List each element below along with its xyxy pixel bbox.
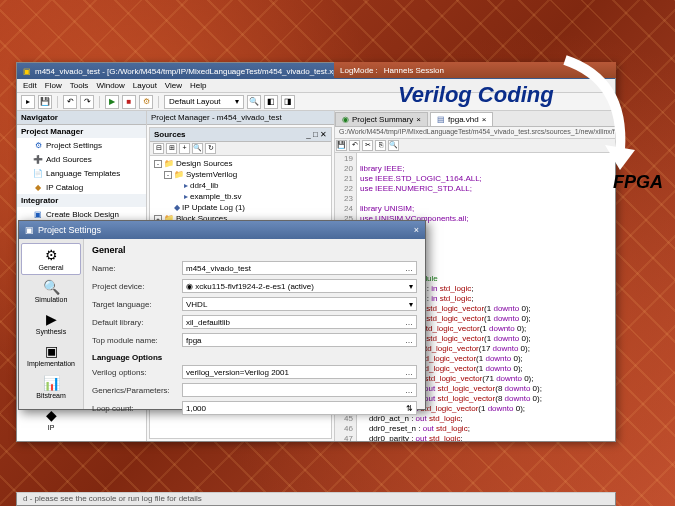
- ellipsis-icon[interactable]: …: [405, 368, 413, 377]
- settings-spinner[interactable]: 1,000⇅: [182, 401, 417, 415]
- nav-item-label: Project Settings: [46, 141, 102, 150]
- summary-icon: ◉: [342, 115, 349, 124]
- tree-toggle[interactable]: -: [154, 160, 162, 168]
- settings-label: Verilog options:: [92, 368, 182, 377]
- nav-item[interactable]: ▣Create Block Design: [17, 207, 146, 221]
- settings-row: Verilog options:verilog_version=Verilog …: [92, 365, 417, 379]
- dialog-sidebar-item[interactable]: 📊Bitstream: [21, 371, 81, 403]
- dialog-sidebar-item[interactable]: ▶Synthesis: [21, 307, 81, 339]
- settings-combo[interactable]: VHDL▾: [182, 297, 417, 311]
- settings-field[interactable]: …: [182, 383, 417, 397]
- tb-sep: [57, 96, 58, 108]
- settings-field[interactable]: m454_vivado_test…: [182, 261, 417, 275]
- tree-icon: ▸: [184, 181, 188, 190]
- overlay-fpga-label: FPGA: [613, 172, 663, 193]
- dialog-sidebar-item[interactable]: 🔍Simulation: [21, 275, 81, 307]
- src-add[interactable]: +: [179, 143, 190, 154]
- settings-field[interactable]: xil_defaultlib…: [182, 315, 417, 329]
- ed-cut-icon[interactable]: ✂: [362, 140, 373, 151]
- tree-item[interactable]: ▸example_tb.sv: [152, 191, 329, 202]
- sidebar-item-icon: ▶: [23, 311, 79, 327]
- tree-label: ddr4_lib: [190, 181, 218, 190]
- nav-item[interactable]: ➕Add Sources: [17, 152, 146, 166]
- menu-tools[interactable]: Tools: [70, 81, 89, 90]
- ellipsis-icon[interactable]: …: [405, 318, 413, 327]
- nav-item-icon: ⚙: [33, 140, 43, 150]
- ed-find-icon[interactable]: 🔍: [388, 140, 399, 151]
- menu-help[interactable]: Help: [190, 81, 206, 90]
- nav-item[interactable]: 📄Language Templates: [17, 166, 146, 180]
- sidebar-item-label: Bitstream: [36, 392, 66, 399]
- menu-window[interactable]: Window: [96, 81, 124, 90]
- tree-icon: 📁: [164, 159, 174, 168]
- tab-fpga-vhd[interactable]: ▤ fpga.vhd×: [430, 112, 493, 126]
- tree-toggle[interactable]: -: [164, 171, 172, 179]
- tb-new[interactable]: ▸: [21, 95, 35, 109]
- settings-label: Target language:: [92, 300, 182, 309]
- menu-flow[interactable]: Flow: [45, 81, 62, 90]
- settings-row: Top module name:fpga…: [92, 333, 417, 347]
- tree-item[interactable]: ◆IP Update Log (1): [152, 202, 329, 213]
- sidebar-item-icon: 📊: [23, 375, 79, 391]
- dialog-sidebar-item[interactable]: ◆IP: [21, 403, 81, 435]
- sidebar-item-label: General: [39, 264, 64, 271]
- layout-combo[interactable]: Default Layout▾: [164, 95, 244, 109]
- nav-group-title: Project Manager: [17, 125, 146, 138]
- tb-save[interactable]: 💾: [38, 95, 52, 109]
- tb-run[interactable]: ▶: [105, 95, 119, 109]
- tree-item[interactable]: -📁SystemVerilog: [152, 169, 329, 180]
- sidebar-item-label: Synthesis: [36, 328, 66, 335]
- tree-item[interactable]: ▸ddr4_lib: [152, 180, 329, 191]
- settings-label: Loop count:: [92, 404, 182, 413]
- src-expand[interactable]: ⊞: [166, 143, 177, 154]
- settings-combo[interactable]: ◉ xcku115-flvf1924-2-e-es1 (active)▾: [182, 279, 417, 293]
- menu-layout[interactable]: Layout: [133, 81, 157, 90]
- tab-close-icon[interactable]: ×: [416, 115, 421, 124]
- tree-label: example_tb.sv: [190, 192, 242, 201]
- chevron-down-icon: ▾: [409, 300, 413, 309]
- settings-field[interactable]: fpga…: [182, 333, 417, 347]
- tb-redo[interactable]: ↷: [80, 95, 94, 109]
- status-bar: d - please see the console or run log fi…: [16, 492, 616, 506]
- dialog-title: Project Settings: [38, 225, 101, 235]
- src-collapse[interactable]: ⊟: [153, 143, 164, 154]
- nav-item[interactable]: ⚙Project Settings: [17, 138, 146, 152]
- dialog-sidebar: ⚙General🔍Simulation▶Synthesis▣Implementa…: [19, 239, 84, 409]
- tree-item[interactable]: -📁Design Sources: [152, 158, 329, 169]
- tb-stop[interactable]: ■: [122, 95, 136, 109]
- sources-toolbar: ⊟ ⊞ + 🔍 ↻: [150, 142, 331, 156]
- tab-project-summary[interactable]: ◉ Project Summary×: [335, 112, 428, 126]
- ed-undo-icon[interactable]: ↶: [349, 140, 360, 151]
- dialog-close-icon[interactable]: ×: [414, 225, 419, 235]
- sidebar-item-icon: ▣: [23, 343, 79, 359]
- menu-view[interactable]: View: [165, 81, 182, 90]
- ellipsis-icon[interactable]: …: [405, 386, 413, 395]
- tb-sep: [99, 96, 100, 108]
- overlay-title: Verilog Coding: [398, 82, 554, 108]
- ellipsis-icon[interactable]: …: [405, 264, 413, 273]
- tb-extra2[interactable]: ◨: [281, 95, 295, 109]
- settings-row: Default library:xil_defaultlib…: [92, 315, 417, 329]
- dialog-sidebar-item[interactable]: ⚙General: [21, 243, 81, 275]
- arrow-graphic: [525, 50, 645, 180]
- src-refresh-icon[interactable]: ↻: [205, 143, 216, 154]
- settings-field[interactable]: verilog_version=Verilog 2001…: [182, 365, 417, 379]
- tb-search-icon[interactable]: 🔍: [247, 95, 261, 109]
- src-search-icon[interactable]: 🔍: [192, 143, 203, 154]
- nav-item[interactable]: ◆IP Catalog: [17, 180, 146, 194]
- ed-copy-icon[interactable]: ⎘: [375, 140, 386, 151]
- sidebar-item-label: IP: [48, 424, 55, 431]
- dialog-sidebar-item[interactable]: ▣Implementation: [21, 339, 81, 371]
- tb-undo[interactable]: ↶: [63, 95, 77, 109]
- sources-header: Sources _ □ ✕: [150, 128, 331, 142]
- tab-close-icon[interactable]: ×: [482, 115, 487, 124]
- nav-item-label: Create Block Design: [46, 210, 119, 219]
- ed-save-icon[interactable]: 💾: [336, 140, 347, 151]
- tb-settings-icon[interactable]: ⚙: [139, 95, 153, 109]
- menu-edit[interactable]: Edit: [23, 81, 37, 90]
- settings-row: Target language:VHDL▾: [92, 297, 417, 311]
- nav-item-icon: ▣: [33, 209, 43, 219]
- tree-icon: ◆: [174, 203, 180, 212]
- tb-extra1[interactable]: ◧: [264, 95, 278, 109]
- ellipsis-icon[interactable]: …: [405, 336, 413, 345]
